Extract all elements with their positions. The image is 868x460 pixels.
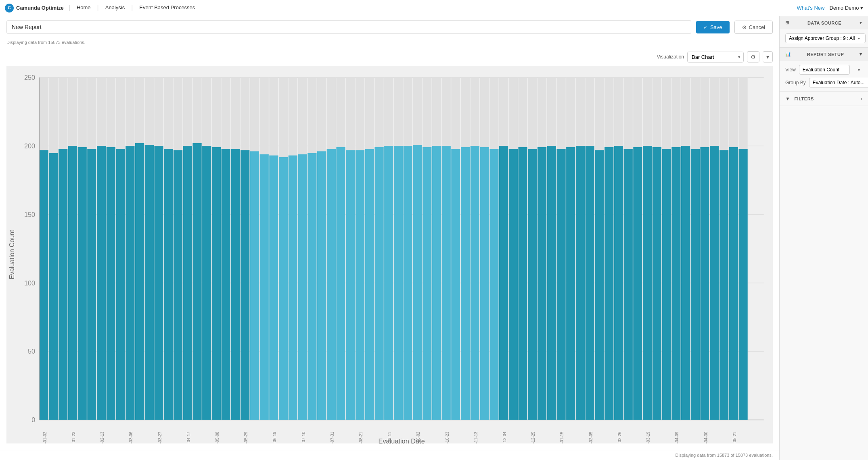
- content-area: ✓ Save ⊗ Cancel Displaying data from 158…: [0, 16, 779, 460]
- data-source-content: Assign Approver Group : 9 : All: [780, 29, 868, 47]
- nav-home[interactable]: Home: [72, 0, 96, 16]
- svg-rect-113: [432, 146, 441, 420]
- svg-rect-94: [356, 150, 364, 420]
- svg-rect-80: [298, 154, 307, 420]
- svg-rect-41: [135, 143, 144, 420]
- svg-text:2021-01-23: 2021-01-23: [71, 431, 76, 443]
- svg-rect-155: [604, 147, 613, 420]
- gear-button[interactable]: ⚙: [747, 51, 759, 62]
- svg-text:2021-10-02: 2021-10-02: [416, 431, 420, 443]
- svg-rect-143: [556, 149, 565, 420]
- svg-rect-122: [471, 146, 479, 420]
- view-select[interactable]: Evaluation Count: [799, 65, 850, 75]
- svg-rect-55: [192, 143, 201, 420]
- bar-chart[interactable]: 250 200 150 100 50 0: [6, 66, 773, 443]
- svg-rect-43: [145, 145, 154, 420]
- chart-container: 250 200 150 100 50 0: [0, 66, 779, 450]
- svg-text:2021-06-19: 2021-06-19: [272, 431, 277, 443]
- svg-rect-167: [653, 147, 661, 420]
- top-bar: ✓ Save ⊗ Cancel: [0, 16, 779, 38]
- data-source-header[interactable]: ⊞ DATA SOURCE ▾: [780, 16, 868, 29]
- svg-text:2021-03-06: 2021-03-06: [129, 431, 133, 443]
- svg-rect-57: [202, 146, 211, 420]
- nav-separator-3: |: [131, 4, 133, 12]
- svg-rect-188: [738, 149, 747, 420]
- group-by-select-wrapper: Evaluation Date : Auto...: [809, 78, 868, 87]
- x-icon: ⊗: [742, 24, 747, 30]
- nav-separator: |: [69, 4, 70, 12]
- sidebar: ⊞ DATA SOURCE ▾ Assign Approver Group : …: [779, 16, 868, 460]
- whats-new-link[interactable]: What's New: [797, 5, 824, 11]
- svg-rect-90: [336, 147, 345, 420]
- report-setup-icon: 📊: [785, 52, 791, 57]
- svg-rect-139: [538, 147, 546, 420]
- svg-rect-29: [87, 149, 96, 420]
- main-layout: ✓ Save ⊗ Cancel Displaying data from 158…: [0, 16, 868, 460]
- svg-text:Evaluation Count: Evaluation Count: [8, 230, 15, 279]
- nav-right: What's New Demo Demo ▾: [797, 5, 863, 11]
- expand-button[interactable]: ▾: [763, 51, 773, 62]
- group-by-select[interactable]: Evaluation Date : Auto...: [809, 78, 868, 87]
- svg-rect-148: [576, 146, 585, 420]
- svg-rect-36: [116, 149, 125, 420]
- svg-rect-153: [595, 150, 604, 420]
- cancel-button[interactable]: ⊗ Cancel: [734, 21, 773, 34]
- viz-select[interactable]: Bar Chart: [687, 52, 744, 62]
- svg-rect-181: [710, 146, 719, 420]
- report-setup-chevron: ▾: [860, 52, 862, 57]
- filters-section: ▼ FILTERS ›: [780, 92, 868, 106]
- svg-rect-20: [49, 153, 58, 420]
- svg-text:2021-11-13: 2021-11-13: [474, 431, 478, 443]
- svg-rect-59: [212, 147, 221, 420]
- svg-rect-146: [566, 147, 575, 420]
- bottom-status: Displaying data from 15873 of 15873 eval…: [0, 450, 779, 460]
- app-logo[interactable]: C Camunda Optimize: [5, 4, 64, 12]
- svg-rect-120: [461, 147, 470, 420]
- svg-rect-111: [422, 147, 431, 420]
- svg-text:200: 200: [24, 142, 35, 150]
- svg-rect-176: [691, 149, 700, 420]
- svg-rect-157: [614, 146, 623, 420]
- nav-event-based[interactable]: Event Based Processes: [134, 0, 200, 16]
- svg-rect-87: [327, 149, 336, 420]
- demo-user[interactable]: Demo Demo ▾: [829, 5, 863, 11]
- svg-rect-34: [107, 147, 115, 420]
- svg-rect-141: [547, 146, 556, 420]
- view-label: View: [785, 67, 796, 73]
- svg-rect-127: [489, 149, 498, 420]
- svg-text:2022-03-19: 2022-03-19: [646, 431, 650, 443]
- svg-text:2022-04-30: 2022-04-30: [703, 431, 708, 443]
- svg-rect-31: [97, 146, 106, 420]
- svg-rect-17: [40, 150, 48, 420]
- svg-rect-52: [183, 146, 192, 420]
- save-button[interactable]: ✓ Save: [696, 21, 730, 33]
- data-source-select[interactable]: Assign Approver Group : 9 : All: [785, 33, 866, 43]
- svg-text:2022-02-26: 2022-02-26: [617, 431, 622, 443]
- nav-separator-2: |: [97, 4, 99, 12]
- svg-rect-27: [78, 147, 87, 420]
- data-source-select-wrapper: Assign Approver Group : 9 : All: [785, 33, 862, 43]
- report-setup-header[interactable]: 📊 REPORT SETUP ▾: [780, 48, 868, 61]
- svg-text:100: 100: [24, 279, 35, 287]
- filters-header[interactable]: ▼ FILTERS ›: [780, 92, 868, 106]
- viz-select-wrapper: Bar Chart: [687, 52, 744, 62]
- data-source-chevron: ▾: [860, 20, 862, 25]
- logo-icon: C: [5, 4, 14, 12]
- svg-rect-22: [59, 149, 67, 420]
- svg-text:150: 150: [24, 211, 35, 218]
- nav-analysis[interactable]: Analysis: [100, 0, 130, 16]
- svg-rect-38: [125, 146, 134, 420]
- data-source-icon: ⊞: [785, 20, 789, 25]
- svg-rect-169: [662, 149, 671, 420]
- svg-rect-73: [269, 156, 278, 420]
- report-setup-content: View Evaluation Count Group By Evaluatio…: [780, 61, 868, 92]
- svg-text:2021-12-25: 2021-12-25: [531, 431, 535, 443]
- svg-rect-64: [231, 149, 240, 420]
- filters-chevron: ›: [861, 96, 863, 102]
- svg-text:2021-12-04: 2021-12-04: [502, 431, 507, 443]
- svg-text:2021-03-27: 2021-03-27: [157, 431, 162, 443]
- svg-rect-97: [365, 149, 374, 420]
- svg-rect-24: [68, 146, 77, 420]
- report-title-input[interactable]: [6, 20, 691, 34]
- view-select-wrapper: Evaluation Count: [799, 65, 862, 75]
